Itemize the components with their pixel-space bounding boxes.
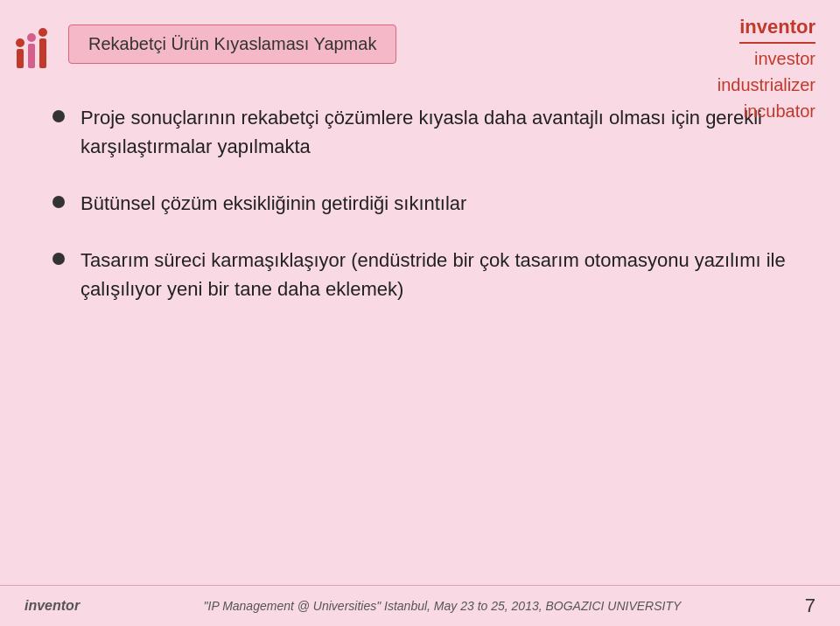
bullet-dot-2 — [52, 196, 65, 208]
brand-incubator: incubator — [718, 98, 816, 124]
slide-title: Rekabetçi Ürün Kıyaslaması Yapmak — [68, 24, 396, 64]
bullet-dot-1 — [52, 110, 65, 122]
logo-figure-2 — [27, 33, 36, 68]
main-content: Proje sonuçlarının rekabetçi çözümlere k… — [0, 77, 840, 349]
footer-page-number: 7 — [805, 595, 816, 617]
logo — [16, 19, 47, 68]
logo-body-3 — [39, 38, 46, 68]
logo-body-1 — [17, 49, 24, 68]
bullet-item-2: Bütünsel çözüm eksikliğinin getirdiği sı… — [52, 189, 788, 218]
logo-figures — [16, 19, 47, 68]
header: Rekabetçi Ürün Kıyaslaması Yapmak invent… — [0, 0, 840, 77]
brand-stack: inventor investor industrializer incubat… — [718, 12, 816, 124]
bullet-item-3: Tasarım süreci karmaşıklaşıyor (endüstri… — [52, 246, 788, 303]
brand-industrializer: industrializer — [718, 72, 816, 98]
footer: inventor "IP Management @ Universities" … — [0, 585, 840, 626]
bullet-text-2: Bütünsel çözüm eksikliğinin getirdiği sı… — [80, 189, 466, 218]
brand-investor: investor — [718, 45, 816, 72]
logo-figure-3 — [38, 28, 47, 68]
logo-head-3 — [38, 28, 47, 37]
logo-figure-1 — [16, 38, 24, 68]
brand-inventor: inventor — [739, 12, 816, 44]
bullet-dot-3 — [52, 253, 65, 265]
footer-citation: "IP Management @ Universities" Istanbul,… — [94, 599, 791, 613]
footer-brand: inventor — [24, 598, 80, 614]
bullet-text-3: Tasarım süreci karmaşıklaşıyor (endüstri… — [80, 246, 788, 303]
logo-body-2 — [28, 44, 35, 68]
bullet-text-1: Proje sonuçlarının rekabetçi çözümlere k… — [80, 103, 788, 161]
bullet-item-1: Proje sonuçlarının rekabetçi çözümlere k… — [52, 103, 788, 161]
logo-head-2 — [27, 33, 36, 42]
logo-head-1 — [16, 38, 24, 47]
